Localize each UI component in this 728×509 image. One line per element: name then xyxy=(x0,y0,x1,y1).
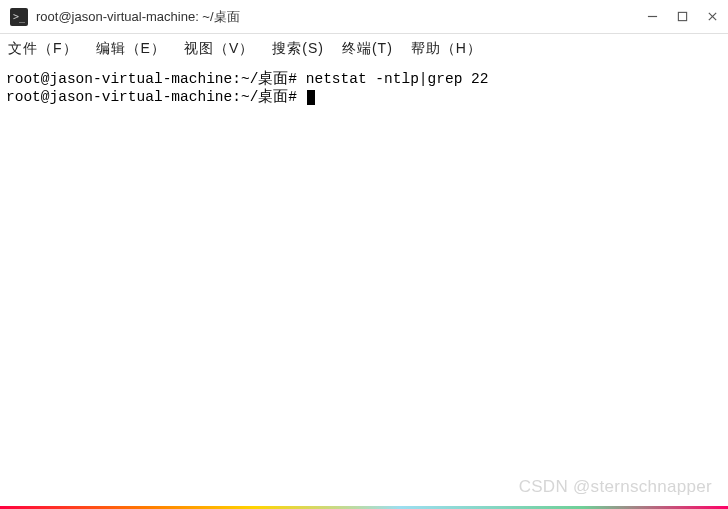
terminal-icon-glyph: >_ xyxy=(13,11,25,22)
prompt: root@jason-virtual-machine:~/桌面# xyxy=(6,89,297,105)
menu-view[interactable]: 视图（V） xyxy=(184,40,254,58)
minimize-icon xyxy=(647,11,658,22)
close-icon xyxy=(707,11,718,22)
menu-edit[interactable]: 编辑（E） xyxy=(96,40,166,58)
menu-help[interactable]: 帮助（H） xyxy=(411,40,482,58)
close-button[interactable] xyxy=(706,11,718,23)
svg-rect-1 xyxy=(678,12,686,20)
cursor-block xyxy=(307,90,315,105)
command-text: netstat -ntlp|grep 22 xyxy=(306,71,489,87)
terminal-content[interactable]: root@jason-virtual-machine:~/桌面# netstat… xyxy=(0,64,728,112)
titlebar: >_ root@jason-virtual-machine: ~/桌面 xyxy=(0,0,728,34)
prompt: root@jason-virtual-machine:~/桌面# xyxy=(6,71,297,87)
terminal-line: root@jason-virtual-machine:~/桌面# xyxy=(6,88,722,106)
watermark: CSDN @sternschnapper xyxy=(519,477,712,497)
terminal-icon: >_ xyxy=(10,8,28,26)
maximize-button[interactable] xyxy=(676,11,688,23)
window-title: root@jason-virtual-machine: ~/桌面 xyxy=(36,8,646,26)
menu-terminal[interactable]: 终端(T) xyxy=(342,40,393,58)
menu-search[interactable]: 搜索(S) xyxy=(272,40,324,58)
minimize-button[interactable] xyxy=(646,11,658,23)
menubar: 文件（F） 编辑（E） 视图（V） 搜索(S) 终端(T) 帮助（H） xyxy=(0,34,728,64)
maximize-icon xyxy=(677,11,688,22)
menu-file[interactable]: 文件（F） xyxy=(8,40,78,58)
terminal-line: root@jason-virtual-machine:~/桌面# netstat… xyxy=(6,70,722,88)
window-controls xyxy=(646,11,718,23)
